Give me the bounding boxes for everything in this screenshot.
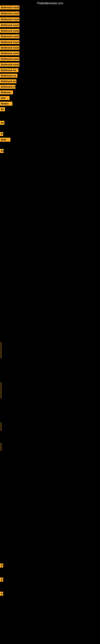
bottleneck-badge: Bottleneck result: [0, 29, 19, 33]
bottleneck-badge: Bottleneck result: [0, 46, 19, 50]
bottleneck-badge: Bottleneck res: [0, 74, 17, 78]
bottleneck-badge: Bottleneck res: [0, 68, 18, 72]
bottleneck-badge: Bottleneck res: [0, 79, 16, 83]
bottleneck-badge: Bottleneck result: [0, 6, 19, 10]
vertical-line: [1, 443, 1, 451]
bottleneck-badge: Bottleneck result: [0, 34, 19, 38]
bottleneck-badge: B: [0, 132, 3, 136]
bottleneck-badge: Bottleneck result: [0, 17, 19, 21]
bottleneck-badge: Bott: [0, 96, 10, 100]
bottleneck-badge: Bottlen: [0, 102, 12, 106]
bottleneck-badge: Bottleneck result: [0, 57, 19, 61]
bottleneck-badge: Bottleneck result: [0, 40, 19, 44]
bottleneck-badge: Bottleneck result: [0, 62, 19, 66]
vertical-line: [1, 342, 1, 358]
site-title: TheBottlenecker.com: [0, 2, 100, 5]
bottleneck-badge: Bottlenec: [0, 90, 13, 94]
bottleneck-badge: Bo: [0, 149, 3, 153]
bottleneck-badge-small: B: [0, 564, 3, 568]
bottleneck-badge: Bottleneck re: [0, 85, 15, 89]
bottleneck-badge-small: B: [0, 592, 3, 596]
bottleneck-badge: Bo: [0, 107, 5, 111]
bottleneck-badge: Bo: [0, 121, 4, 125]
bottleneck-badge: Bottleneck result: [0, 23, 19, 27]
bottleneck-badge-small: B: [0, 578, 3, 582]
bottleneck-badge: Bottleneck result: [0, 51, 19, 55]
vertical-line: [1, 422, 1, 431]
vertical-line: [1, 382, 1, 398]
bottleneck-badge: Bottleneck result: [0, 12, 19, 16]
bottleneck-badge: Bottl: [0, 138, 10, 142]
